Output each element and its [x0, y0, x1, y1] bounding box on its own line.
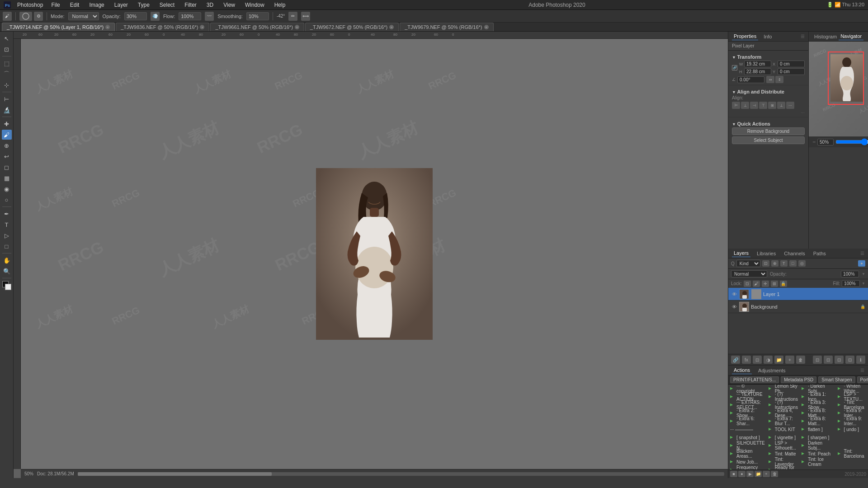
action-stop-btn[interactable]: ■ [730, 471, 737, 477]
layer-flat-btn[interactable]: ⊡ [845, 356, 854, 364]
select-subject-btn[interactable]: Select Subject [732, 136, 805, 144]
smoothing-toggle[interactable]: 〰 [205, 12, 214, 21]
remove-background-btn[interactable]: Remove Background [732, 127, 805, 135]
tab-3-close[interactable]: × [389, 25, 394, 29]
menu-layer[interactable]: Layer [113, 1, 130, 9]
action-tint-icecream[interactable]: ▶Tint: Ice Cream [800, 458, 836, 466]
action-tint-barcelona2[interactable]: ▶Tint: Barcelona [836, 450, 868, 458]
filter-adjust-btn[interactable]: ⊕ [771, 260, 778, 267]
move-tool[interactable]: ↖ [2, 33, 12, 43]
tab-0[interactable]: _TJW9714.NEF @ 50% (Layer 1, RGB/16*) × [2, 23, 115, 31]
align-center-h-btn[interactable]: ⊥ [741, 102, 749, 109]
blend-mode-select[interactable]: Normal Multiply Screen [731, 270, 767, 277]
airbrush-btn[interactable]: 💨 [151, 12, 160, 21]
action-set-0[interactable]: PRINT/FLATTEN/S... [730, 376, 779, 383]
heal-tool[interactable]: ✚ [2, 119, 12, 129]
action-play-btn[interactable]: ▶ [746, 471, 754, 477]
action-set-2[interactable]: Smart Sharpen [818, 376, 855, 383]
filter-shape-btn[interactable]: □ [789, 260, 797, 267]
shape-tool[interactable]: □ [2, 241, 12, 251]
stamp-tool[interactable]: ⊕ [2, 141, 12, 150]
align-more-btn[interactable]: ⋯ [786, 102, 794, 109]
zoom-out-btn[interactable]: − [812, 139, 816, 145]
action-undo[interactable]: ▶[ undo ] [836, 425, 868, 433]
zoom-tool[interactable]: 🔍 [2, 266, 12, 276]
tab-4[interactable]: _TJW9679.NEF @ 50% (RGB/16*) × [400, 23, 493, 31]
tab-2[interactable]: _TJW9661.NEF @ 50% (RGB/16*) × [210, 23, 304, 31]
brush-picker-btn[interactable] [19, 12, 32, 21]
tab-channels[interactable]: Channels [782, 250, 807, 257]
eraser-tool[interactable]: ◻ [2, 162, 12, 172]
y-input[interactable] [778, 68, 805, 75]
menu-3d[interactable]: 3D [205, 1, 215, 9]
tab-actions[interactable]: Actions [732, 366, 752, 374]
stylus-pressure-btn[interactable]: ✏ [288, 12, 297, 21]
pen-tool[interactable]: ✒ [2, 209, 12, 219]
layer-delete-btn[interactable]: 🗑 [796, 356, 805, 364]
menu-file[interactable]: File [49, 1, 61, 9]
tab-libraries[interactable]: Libraries [755, 250, 778, 257]
marquee-tool[interactable]: ⬚ [2, 58, 12, 68]
filter-pixel-btn[interactable]: ⊡ [762, 260, 769, 267]
tab-layers[interactable]: Layers [732, 249, 750, 257]
action-set-3[interactable]: Portraiture [857, 376, 868, 383]
tab-adjustments[interactable]: Adjustments [756, 367, 788, 374]
transform-header[interactable]: Transform [732, 54, 805, 60]
mode-select[interactable]: Normal Multiply Screen [68, 12, 99, 20]
layer-row-0[interactable]: 👁 Layer 1 [728, 288, 868, 300]
action-extra-7[interactable]: ▶· Extra 7: Blur T... [767, 417, 800, 425]
align-right-btn[interactable]: ⊣ [750, 102, 758, 109]
menu-image[interactable]: Image [87, 1, 106, 9]
action-toolkit[interactable]: ▶TOOL KIT [767, 425, 800, 433]
action-extra-9b[interactable]: ▶· Extra 9: Inter... [836, 417, 868, 425]
crop-tool[interactable]: ⊢ [2, 94, 12, 104]
lock-artboard-btn[interactable]: ⊞ [771, 281, 778, 287]
brush-tool[interactable]: 🖌 [2, 130, 12, 140]
actions-menu-btn[interactable]: ☰ [860, 368, 864, 373]
layer-search-btn[interactable]: ⊡ [813, 356, 822, 364]
flow-input[interactable] [179, 12, 201, 20]
properties-menu-btn[interactable]: ☰ [801, 34, 805, 39]
zoom-input[interactable] [817, 139, 834, 145]
quick-actions-header[interactable]: Quick Actions [732, 121, 805, 127]
action-lsp-silh[interactable]: ▶LSP > Silhouett... [767, 441, 800, 450]
dodge-tool[interactable]: ○ [2, 195, 12, 205]
menu-filter[interactable]: Filter [183, 1, 198, 9]
action-darken-subj[interactable]: ▶Darken Subj... [800, 441, 836, 450]
align-bottom-btn[interactable]: ⊥ [777, 102, 785, 109]
action-new-action-btn[interactable]: + [763, 471, 770, 477]
navigator-preview[interactable]: RRCG 人人素材 人人素材 RRCG RRCG 人人素材 [809, 42, 868, 136]
action-freq-sep[interactable]: ▶Frequency Sepa... [728, 466, 767, 469]
tab-2-close[interactable]: × [295, 25, 299, 29]
canvas-content[interactable]: 人人素材 RRCG 人人素材 RRCG 人人素材 RRCG RRCG 人人素材 … [21, 39, 728, 469]
layer-0-visibility[interactable]: 👁 [731, 291, 737, 297]
action-set-1[interactable]: Metadata PSD [781, 376, 816, 383]
layer-effects-btn[interactable]: fx [742, 356, 751, 364]
action-flatten[interactable]: ▶flatten ] [800, 425, 836, 433]
symmetry-btn[interactable]: ⟺ [301, 12, 310, 21]
action-delete-btn[interactable]: 🗑 [771, 471, 778, 477]
brush-tool-icon[interactable]: 🖌 [3, 12, 12, 21]
action-extra-6[interactable]: ▶· Extra 6: Shar... [728, 417, 767, 425]
eyedropper-tool[interactable]: 🔬 [2, 105, 12, 115]
fill-value-input[interactable] [842, 280, 860, 287]
layer-row-1[interactable]: 👁 Background 🔒 [728, 300, 868, 313]
hand-tool[interactable]: ✋ [2, 255, 12, 265]
filter-smart-btn[interactable]: ◎ [798, 260, 806, 267]
action-new-set-btn[interactable]: 📁 [755, 471, 762, 477]
align-left-btn[interactable]: ⊢ [732, 102, 740, 109]
menu-type[interactable]: Type [136, 1, 151, 9]
layer-1-visibility[interactable]: 👁 [731, 304, 737, 310]
align-extra-btn[interactable]: ⋯ [732, 110, 805, 115]
align-center-v-btn[interactable]: ⊞ [768, 102, 776, 109]
angle-input[interactable] [737, 76, 764, 83]
layer-link-btn[interactable]: 🔗 [731, 356, 740, 364]
smoothing-input[interactable] [246, 12, 269, 20]
lock-position-btn[interactable]: ✛ [762, 281, 769, 287]
flip-h-btn[interactable]: ⇔ [766, 76, 774, 83]
action-ready-print[interactable]: ▶Ready for PRINT [767, 466, 800, 469]
lock-paint-btn[interactable]: 🖌 [753, 281, 760, 287]
layer-group-btn[interactable]: 📁 [774, 356, 783, 364]
tab-3[interactable]: _TJW9672.NEF @ 50% (RGB/16*) × [305, 23, 399, 31]
menu-view[interactable]: View [222, 1, 237, 9]
